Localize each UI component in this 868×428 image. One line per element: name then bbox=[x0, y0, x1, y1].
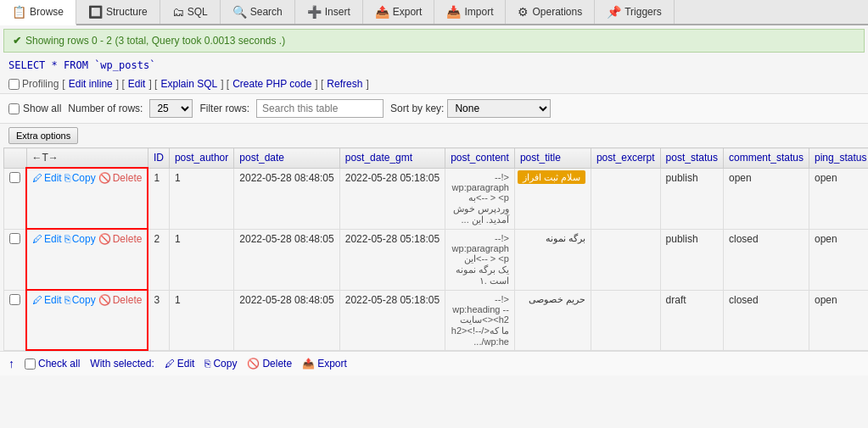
bottom-export-button[interactable]: 📤 Export bbox=[302, 358, 347, 370]
number-of-rows-select[interactable]: 25 50 100 bbox=[149, 99, 193, 118]
check-icon: ✔ bbox=[13, 35, 21, 47]
profiling-row: Profiling [ Edit inline ] [ Edit ] [ Exp… bbox=[0, 75, 868, 94]
cell-content-3: <!-- wp:heading --><h2>سایت ما که</h2><!… bbox=[445, 290, 515, 350]
search-input[interactable] bbox=[256, 99, 384, 118]
col-post-date[interactable]: post_date bbox=[234, 148, 339, 169]
delete-button-2[interactable]: 🚫 Delete bbox=[98, 233, 143, 245]
insert-icon: ➕ bbox=[307, 5, 322, 19]
cell-date-2: 2022-05-28 08:48:05 bbox=[234, 229, 339, 290]
copy-button-3[interactable]: ⎘ Copy bbox=[64, 294, 96, 306]
with-selected-text: With selected: bbox=[90, 358, 154, 370]
row-checkbox-2[interactable] bbox=[9, 233, 20, 244]
col-post-excerpt[interactable]: post_excerpt bbox=[591, 148, 660, 169]
tab-structure[interactable]: 🔲 Structure bbox=[76, 0, 160, 24]
table-row: 🖊 Edit ⎘ Copy 🚫 Delete 212022-05-28 08:4… bbox=[4, 229, 869, 290]
sort-by-container: Sort by key: None PRIMARY post_author po… bbox=[390, 99, 551, 118]
info-message: Showing rows 0 - 2 (3 total, Query took … bbox=[25, 35, 285, 47]
col-post-author[interactable]: post_author bbox=[169, 148, 233, 169]
col-post-content[interactable]: post_content bbox=[445, 148, 515, 169]
copy-label-1: Copy bbox=[72, 172, 96, 184]
tab-search-label: Search bbox=[250, 6, 283, 18]
col-id[interactable]: ID bbox=[148, 148, 169, 169]
edit-inline-link[interactable]: Edit inline bbox=[69, 78, 113, 90]
check-all-checkbox[interactable] bbox=[25, 359, 36, 370]
data-table: ←T→ ID post_author post_date post_date_g… bbox=[3, 147, 868, 351]
show-all-checkbox[interactable] bbox=[8, 103, 20, 114]
row-checkbox-1[interactable] bbox=[9, 172, 20, 183]
edit-button-3[interactable]: 🖊 Edit bbox=[32, 294, 62, 306]
extra-options-button[interactable]: Extra options bbox=[8, 127, 78, 144]
bottom-copy-button[interactable]: ⎘ Copy bbox=[204, 358, 237, 370]
cell-excerpt-1 bbox=[591, 168, 660, 229]
copy-button-1[interactable]: ⎘ Copy bbox=[64, 172, 96, 184]
cell-content-1: <!-- wp:paragraph -- > <p>به وردپرس خوش … bbox=[445, 168, 515, 229]
delete-icon-2: 🚫 bbox=[98, 233, 111, 245]
row-actions-3: 🖊 Edit ⎘ Copy 🚫 Delete bbox=[32, 294, 142, 306]
tab-triggers[interactable]: 📌 Triggers bbox=[595, 0, 675, 24]
cell-ping-status-3: open bbox=[809, 290, 868, 350]
cell-id-1: 1 bbox=[148, 168, 169, 229]
cell-date-1: 2022-05-28 08:48:05 bbox=[234, 168, 339, 229]
bottom-edit-button[interactable]: 🖊 Edit bbox=[165, 358, 195, 370]
cell-status-3: draft bbox=[660, 290, 723, 350]
delete-button-1[interactable]: 🚫 Delete bbox=[98, 172, 143, 184]
edit-button-1[interactable]: 🖊 Edit bbox=[32, 172, 62, 184]
tab-operations-label: Operations bbox=[532, 6, 582, 18]
tab-export[interactable]: 📤 Export bbox=[363, 0, 435, 24]
row-checkbox-3[interactable] bbox=[9, 294, 20, 305]
sort-by-label: Sort by key: bbox=[390, 103, 444, 114]
structure-icon: 🔲 bbox=[88, 5, 103, 19]
cell-comment-status-2: closed bbox=[723, 229, 809, 290]
col-comment-status[interactable]: comment_status bbox=[723, 148, 809, 169]
bottom-delete-button[interactable]: 🚫 Delete bbox=[247, 358, 292, 370]
tab-search[interactable]: 🔍 Search bbox=[221, 0, 295, 24]
sql-query-link[interactable]: SELECT * FROM `wp_posts` bbox=[8, 59, 155, 71]
filter-rows-label: Filter rows: bbox=[199, 103, 249, 114]
explain-sql-link[interactable]: Explain SQL bbox=[160, 78, 217, 90]
tab-browse-label: Browse bbox=[30, 6, 64, 18]
table-row: 🖊 Edit ⎘ Copy 🚫 Delete 312022-05-28 08:4… bbox=[4, 290, 869, 350]
table-header-row: ←T→ ID post_author post_date post_date_g… bbox=[4, 148, 869, 169]
col-ping-status[interactable]: ping_status bbox=[809, 148, 868, 169]
sep2: ] [ bbox=[148, 78, 157, 90]
tab-import[interactable]: 📥 Import bbox=[434, 0, 506, 24]
operations-icon: ⚙ bbox=[518, 5, 529, 19]
delete-button-3[interactable]: 🚫 Delete bbox=[98, 294, 143, 306]
tab-operations[interactable]: ⚙ Operations bbox=[506, 0, 595, 24]
copy-icon-bottom: ⎘ bbox=[204, 358, 210, 370]
export-icon-bottom: 📤 bbox=[302, 358, 315, 370]
refresh-link[interactable]: Refresh bbox=[327, 78, 362, 90]
cell-content-2: <!-- wp:paragraph -- > <p>این یک برگه نم… bbox=[445, 229, 515, 290]
sort-by-select[interactable]: None PRIMARY post_author post_name post_… bbox=[447, 99, 551, 118]
col-post-status[interactable]: post_status bbox=[660, 148, 723, 169]
copy-button-2[interactable]: ⎘ Copy bbox=[64, 233, 96, 245]
cell-date-3: 2022-05-28 08:48:05 bbox=[234, 290, 339, 350]
create-php-link[interactable]: Create PHP code bbox=[232, 78, 311, 90]
check-all-label[interactable]: Check all bbox=[25, 358, 80, 370]
triggers-icon: 📌 bbox=[607, 5, 621, 19]
nav-arrows[interactable]: ←T→ bbox=[32, 152, 59, 164]
profiling-checkbox-label[interactable]: Profiling bbox=[8, 78, 59, 90]
cell-ping-status-1: open bbox=[809, 168, 868, 229]
cell-status-1: publish bbox=[660, 168, 723, 229]
col-post-title[interactable]: post_title bbox=[514, 148, 591, 169]
cell-author-3: 1 bbox=[169, 290, 233, 350]
tab-insert[interactable]: ➕ Insert bbox=[295, 0, 363, 24]
cell-title-2: برگه نمونه bbox=[514, 229, 591, 290]
edit-icon-2: 🖊 bbox=[32, 233, 42, 245]
show-all-text: Show all bbox=[23, 103, 61, 114]
tab-sql[interactable]: 🗂 SQL bbox=[160, 0, 221, 24]
show-all-label[interactable]: Show all bbox=[8, 103, 61, 114]
search-icon: 🔍 bbox=[232, 5, 247, 19]
edit-label-2: Edit bbox=[44, 233, 62, 245]
edit-icon-bottom: 🖊 bbox=[165, 358, 175, 370]
col-post-date-gmt[interactable]: post_date_gmt bbox=[339, 148, 445, 169]
delete-label-3: Delete bbox=[113, 294, 143, 306]
cell-status-2: publish bbox=[660, 229, 723, 290]
edit-button-2[interactable]: 🖊 Edit bbox=[32, 233, 62, 245]
profiling-checkbox[interactable] bbox=[8, 79, 20, 90]
edit-link[interactable]: Edit bbox=[128, 78, 146, 90]
cell-title-3: حریم خصوصی bbox=[514, 290, 591, 350]
col-id-link[interactable]: ID bbox=[154, 152, 164, 164]
tab-browse[interactable]: 📋 Browse bbox=[0, 0, 76, 25]
